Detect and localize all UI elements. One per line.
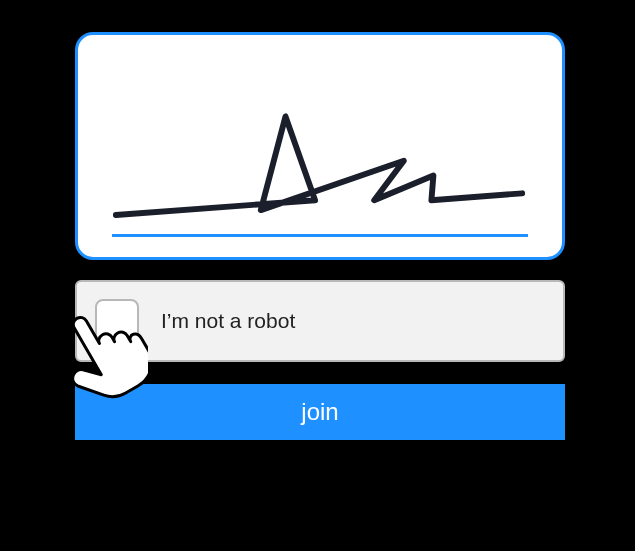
captcha-checkbox[interactable]	[95, 299, 139, 343]
signature-scribble-icon	[108, 55, 532, 237]
signature-panel[interactable]	[75, 32, 565, 260]
signature-underline	[112, 234, 528, 237]
captcha-panel: I’m not a robot	[75, 280, 565, 362]
join-button[interactable]: join	[75, 384, 565, 440]
signature-canvas[interactable]	[108, 55, 532, 237]
captcha-label: I’m not a robot	[161, 309, 295, 333]
join-button-label: join	[301, 398, 338, 426]
